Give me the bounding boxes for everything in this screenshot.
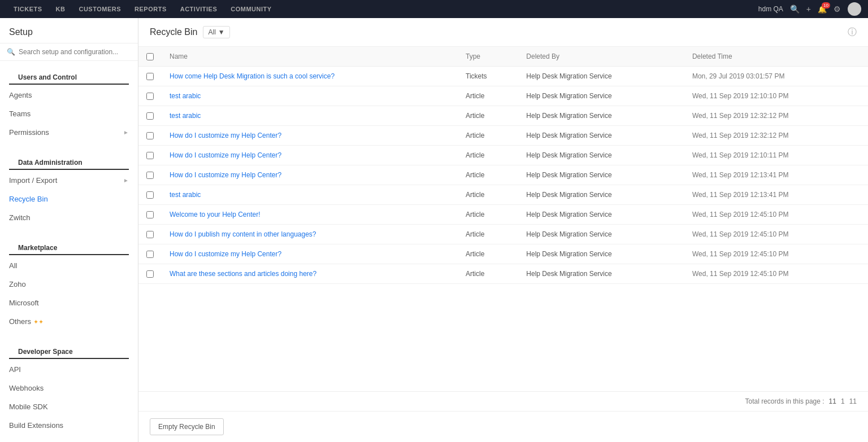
row-checkbox-cell <box>138 86 162 106</box>
chevron-right-icon: ► <box>123 129 129 135</box>
content-header: Recycle Bin All ▼ ⓘ <box>138 18 868 47</box>
row-checkbox[interactable] <box>146 251 154 258</box>
sidebar-item-mobile-sdk[interactable]: Mobile SDK <box>0 397 138 416</box>
row-deleted-time-cell: Wed, 11 Sep 2019 12:45:10 PM <box>684 244 868 264</box>
sidebar-item-build-extensions[interactable]: Build Extensions <box>0 416 138 435</box>
table-row: How do I customize my Help Center? Artic… <box>138 126 868 146</box>
row-deleted-by-cell: Help Desk Migration Service <box>518 205 684 225</box>
row-checkbox-cell <box>138 244 162 264</box>
current-page[interactable]: 1 <box>841 397 845 405</box>
row-name-link[interactable]: How do I customize my Help Center? <box>170 132 281 139</box>
table-row: How come Help Desk Migration is such a c… <box>138 67 868 86</box>
row-type-cell: Article <box>458 106 518 126</box>
sidebar-item-teams[interactable]: Teams <box>0 104 138 123</box>
row-checkbox[interactable] <box>146 93 154 100</box>
row-deleted-time-cell: Wed, 11 Sep 2019 12:10:11 PM <box>684 146 868 165</box>
notification-bell[interactable]: 🔔 10 <box>818 5 827 14</box>
notification-count: 10 <box>822 2 830 8</box>
row-deleted-time-cell: Wed, 11 Sep 2019 12:32:12 PM <box>684 106 868 126</box>
row-deleted-time-cell: Wed, 11 Sep 2019 12:45:10 PM <box>684 225 868 244</box>
nav-customers[interactable]: CUSTOMERS <box>72 0 128 18</box>
row-name-link[interactable]: test arabic <box>170 112 201 120</box>
section-title-data-admin: Data Administration <box>9 151 129 170</box>
sidebar-content: Users and Control Agents Teams Permissio… <box>0 61 138 442</box>
sidebar-item-label: Others ✦✦ <box>9 317 44 326</box>
sidebar-item-api[interactable]: API <box>0 360 138 379</box>
row-checkbox[interactable] <box>146 211 154 218</box>
row-name-link[interactable]: test arabic <box>170 191 201 199</box>
sidebar-item-agents[interactable]: Agents <box>0 86 138 104</box>
row-name-link[interactable]: How do I customize my Help Center? <box>170 171 281 179</box>
sidebar-item-import-export[interactable]: Import / Export ► <box>0 171 138 190</box>
row-name-cell: How do I customize my Help Center? <box>162 244 458 264</box>
sidebar-item-label: Zoho <box>9 280 26 288</box>
table-row: Welcome to your Help Center! Article Hel… <box>138 205 868 225</box>
row-deleted-by-cell: Help Desk Migration Service <box>518 126 684 146</box>
section-title-developer-space: Developer Space <box>9 340 129 359</box>
select-all-checkbox[interactable] <box>146 53 154 60</box>
table-row: What are these sections and articles doi… <box>138 264 868 284</box>
nav-tickets[interactable]: TICKETS <box>7 0 49 18</box>
row-deleted-time-cell: Wed, 11 Sep 2019 12:32:12 PM <box>684 126 868 146</box>
empty-recycle-bin-button[interactable]: Empty Recycle Bin <box>150 418 224 435</box>
table-row: How do I customize my Help Center? Artic… <box>138 146 868 165</box>
filter-label: All <box>208 28 215 36</box>
row-deleted-time-cell: Wed, 11 Sep 2019 12:13:41 PM <box>684 165 868 185</box>
table-row: test arabic Article Help Desk Migration … <box>138 106 868 126</box>
row-name-link[interactable]: Welcome to your Help Center! <box>170 211 261 218</box>
nav-community[interactable]: COMMUNITY <box>224 0 278 18</box>
row-name-cell: How come Help Desk Migration is such a c… <box>162 67 458 86</box>
nav-reports[interactable]: REPORTS <box>128 0 173 18</box>
bottom-action-bar: Empty Recycle Bin <box>138 411 868 442</box>
nav-activities[interactable]: ACTIVITIES <box>173 0 224 18</box>
settings-icon[interactable]: ⚙ <box>834 5 841 14</box>
row-name-cell: test arabic <box>162 106 458 126</box>
section-title-marketplace: Marketplace <box>9 236 129 255</box>
username-display: hdm QA <box>758 5 783 13</box>
row-checkbox[interactable] <box>146 73 154 80</box>
sidebar-item-microsoft[interactable]: Microsoft <box>0 294 138 312</box>
total-records-label: Total records in this page : <box>745 397 824 405</box>
row-name-cell: test arabic <box>162 86 458 106</box>
sidebar-item-webhooks[interactable]: Webhooks <box>0 379 138 397</box>
row-checkbox[interactable] <box>146 112 154 120</box>
filter-dropdown[interactable]: All ▼ <box>203 26 229 38</box>
row-name-link[interactable]: What are these sections and articles doi… <box>170 270 316 278</box>
nav-kb[interactable]: KB <box>49 0 72 18</box>
chevron-down-icon: ▼ <box>218 28 225 36</box>
row-name-cell: How do I customize my Help Center? <box>162 146 458 165</box>
row-checkbox-cell <box>138 67 162 86</box>
user-avatar[interactable] <box>848 2 861 16</box>
sidebar-item-others[interactable]: Others ✦✦ <box>0 312 138 331</box>
sidebar-item-label: Import / Export <box>9 176 57 185</box>
row-name-link[interactable]: How do I customize my Help Center? <box>170 250 281 258</box>
sidebar-search-area: 🔍 <box>0 43 138 61</box>
sidebar-item-label: Build Extensions <box>9 421 63 430</box>
row-name-link[interactable]: test arabic <box>170 92 201 100</box>
row-checkbox[interactable] <box>146 191 154 199</box>
info-icon[interactable]: ⓘ <box>848 27 857 38</box>
table-row: How do I customize my Help Center? Artic… <box>138 244 868 264</box>
row-deleted-by-cell: Help Desk Migration Service <box>518 244 684 264</box>
row-checkbox[interactable] <box>146 152 154 159</box>
sidebar-item-label: Zwitch <box>9 213 31 222</box>
row-name-link[interactable]: How do I publish my content in other lan… <box>170 230 316 238</box>
section-title-users-control: Users and Control <box>9 65 129 85</box>
row-checkbox[interactable] <box>146 270 154 278</box>
sidebar-item-zwitch[interactable]: Zwitch <box>0 208 138 227</box>
sidebar-item-permissions[interactable]: Permissions ► <box>0 123 138 142</box>
section-data-admin: Data Administration Import / Export ► Re… <box>0 146 138 231</box>
sidebar-item-zoho[interactable]: Zoho <box>0 275 138 294</box>
row-name-link[interactable]: How come Help Desk Migration is such a c… <box>170 72 335 80</box>
sidebar-item-label: Mobile SDK <box>9 402 48 411</box>
row-checkbox[interactable] <box>146 132 154 139</box>
sidebar-item-recycle-bin[interactable]: Recycle Bin <box>0 190 138 208</box>
row-name-link[interactable]: How do I customize my Help Center? <box>170 151 281 159</box>
row-checkbox[interactable] <box>146 172 154 179</box>
search-icon[interactable]: 🔍 <box>790 5 800 14</box>
row-type-cell: Article <box>458 86 518 106</box>
sidebar-item-all[interactable]: All <box>0 256 138 275</box>
add-icon[interactable]: + <box>806 5 811 14</box>
sidebar-search-input[interactable] <box>19 48 131 56</box>
row-checkbox[interactable] <box>146 231 154 238</box>
